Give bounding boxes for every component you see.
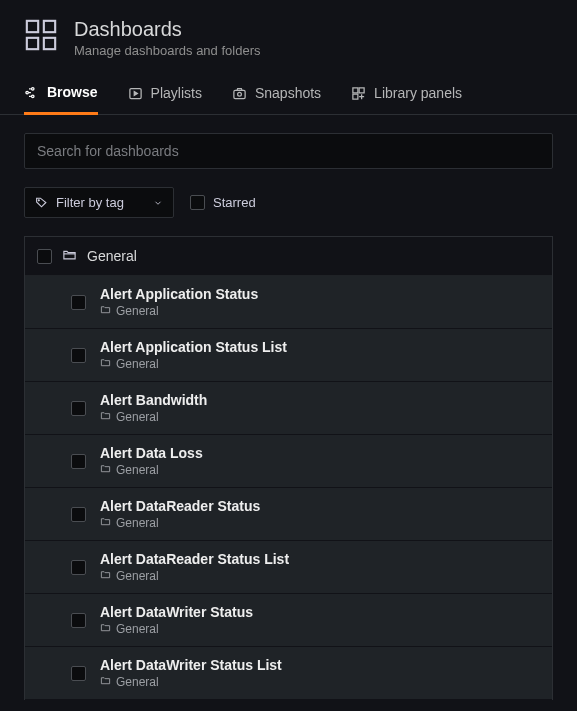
- item-folder-label: General: [116, 463, 159, 477]
- tab-playlists[interactable]: Playlists: [128, 84, 202, 114]
- folder-icon: [100, 622, 111, 636]
- item-folder: General: [100, 569, 289, 583]
- item-checkbox[interactable]: [71, 560, 86, 575]
- item-checkbox[interactable]: [71, 348, 86, 363]
- list-item[interactable]: Alert DataWriter StatusGeneral: [25, 594, 552, 647]
- tab-label: Browse: [47, 84, 98, 100]
- svg-rect-0: [27, 21, 38, 32]
- title-wrap: Dashboards Manage dashboards and folders: [74, 18, 260, 58]
- app-icon: [24, 18, 58, 55]
- item-folder-label: General: [116, 569, 159, 583]
- tabs-bar: Browse Playlists Snapshots Library panel…: [0, 64, 577, 115]
- page: Dashboards Manage dashboards and folders…: [0, 0, 577, 700]
- item-folder: General: [100, 516, 260, 530]
- folder-icon: [100, 357, 111, 371]
- filter-by-tag-dropdown[interactable]: Filter by tag: [24, 187, 174, 218]
- folder-icon: [100, 516, 111, 530]
- item-meta: Alert DataWriter Status ListGeneral: [100, 657, 282, 689]
- page-title: Dashboards: [74, 18, 260, 41]
- tab-browse[interactable]: Browse: [24, 84, 98, 115]
- item-checkbox[interactable]: [71, 401, 86, 416]
- svg-rect-10: [353, 87, 358, 92]
- tab-label: Snapshots: [255, 85, 321, 101]
- list-item[interactable]: Alert DataReader StatusGeneral: [25, 488, 552, 541]
- item-folder-label: General: [116, 675, 159, 689]
- page-header: Dashboards Manage dashboards and folders: [0, 0, 577, 64]
- item-checkbox[interactable]: [71, 507, 86, 522]
- svg-point-6: [32, 95, 35, 98]
- item-meta: Alert BandwidthGeneral: [100, 392, 207, 424]
- folder-icon: [100, 410, 111, 424]
- content: Filter by tag Starred General Alert Appl…: [0, 115, 577, 700]
- svg-rect-11: [359, 87, 364, 92]
- item-folder: General: [100, 463, 203, 477]
- item-checkbox[interactable]: [71, 295, 86, 310]
- item-folder: General: [100, 304, 258, 318]
- folder-icon: [100, 463, 111, 477]
- folder-row-general[interactable]: General: [25, 237, 552, 276]
- tab-label: Library panels: [374, 85, 462, 101]
- tab-library-panels[interactable]: Library panels: [351, 84, 462, 114]
- item-folder-label: General: [116, 622, 159, 636]
- item-meta: Alert DataReader Status ListGeneral: [100, 551, 289, 583]
- starred-label: Starred: [213, 195, 256, 210]
- list-item[interactable]: Alert DataReader Status ListGeneral: [25, 541, 552, 594]
- svg-rect-2: [27, 38, 38, 49]
- folder-icon: [100, 569, 111, 583]
- item-title: Alert Data Loss: [100, 445, 203, 461]
- svg-rect-3: [44, 38, 55, 49]
- item-checkbox[interactable]: [71, 666, 86, 681]
- folder-open-icon: [62, 247, 77, 265]
- search-input[interactable]: [24, 133, 553, 169]
- svg-point-4: [26, 91, 29, 94]
- item-folder: General: [100, 675, 282, 689]
- item-folder-label: General: [116, 410, 159, 424]
- item-checkbox[interactable]: [71, 454, 86, 469]
- item-meta: Alert Application StatusGeneral: [100, 286, 258, 318]
- page-subtitle: Manage dashboards and folders: [74, 43, 260, 58]
- item-title: Alert DataWriter Status List: [100, 657, 282, 673]
- item-meta: Alert DataReader StatusGeneral: [100, 498, 260, 530]
- folder-checkbox[interactable]: [37, 249, 52, 264]
- svg-rect-1: [44, 21, 55, 32]
- folder-name: General: [87, 248, 137, 264]
- folder-icon: [100, 304, 111, 318]
- svg-point-13: [38, 200, 39, 201]
- item-folder-label: General: [116, 516, 159, 530]
- item-folder: General: [100, 410, 207, 424]
- list-item[interactable]: Alert Application Status ListGeneral: [25, 329, 552, 382]
- item-title: Alert DataReader Status: [100, 498, 260, 514]
- item-title: Alert DataReader Status List: [100, 551, 289, 567]
- item-meta: Alert Application Status ListGeneral: [100, 339, 287, 371]
- item-folder: General: [100, 357, 287, 371]
- item-checkbox[interactable]: [71, 613, 86, 628]
- item-title: Alert Application Status List: [100, 339, 287, 355]
- dashboard-list: General Alert Application StatusGeneralA…: [24, 236, 553, 700]
- item-title: Alert Bandwidth: [100, 392, 207, 408]
- svg-rect-12: [353, 94, 358, 99]
- list-item[interactable]: Alert Data LossGeneral: [25, 435, 552, 488]
- chevron-down-icon: [153, 198, 163, 208]
- item-folder-label: General: [116, 304, 159, 318]
- filter-row: Filter by tag Starred: [24, 187, 553, 218]
- svg-rect-8: [234, 90, 245, 98]
- list-item[interactable]: Alert DataWriter Status ListGeneral: [25, 647, 552, 700]
- starred-filter[interactable]: Starred: [190, 195, 256, 210]
- starred-checkbox[interactable]: [190, 195, 205, 210]
- item-folder: General: [100, 622, 253, 636]
- item-meta: Alert Data LossGeneral: [100, 445, 203, 477]
- item-meta: Alert DataWriter StatusGeneral: [100, 604, 253, 636]
- svg-point-5: [32, 87, 35, 90]
- item-title: Alert Application Status: [100, 286, 258, 302]
- item-title: Alert DataWriter Status: [100, 604, 253, 620]
- tab-label: Playlists: [151, 85, 202, 101]
- tag-icon: [35, 196, 48, 209]
- tab-snapshots[interactable]: Snapshots: [232, 84, 321, 114]
- filter-label: Filter by tag: [56, 195, 124, 210]
- item-folder-label: General: [116, 357, 159, 371]
- list-item[interactable]: Alert BandwidthGeneral: [25, 382, 552, 435]
- list-item[interactable]: Alert Application StatusGeneral: [25, 276, 552, 329]
- folder-icon: [100, 675, 111, 689]
- svg-point-9: [238, 92, 242, 96]
